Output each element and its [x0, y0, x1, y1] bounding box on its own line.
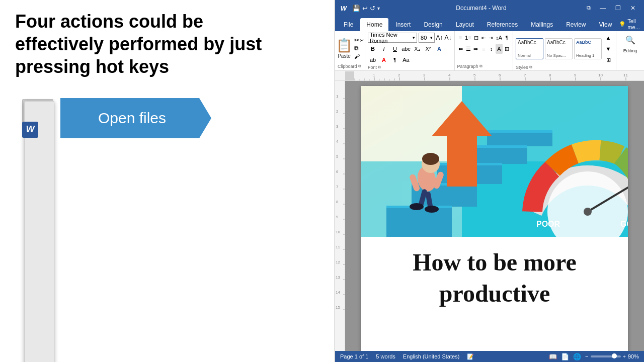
increase-indent-button[interactable]: ⇥: [488, 33, 495, 43]
line-spacing-button[interactable]: ↕: [488, 44, 495, 54]
underline-button[interactable]: U: [390, 44, 400, 54]
multilevel-list-button[interactable]: ⊟: [473, 33, 479, 43]
style-no-spacing[interactable]: AaBbCc No Spac...: [545, 38, 573, 59]
read-mode-icon[interactable]: 📖: [549, 353, 557, 360]
paragraph-group: ≡ 1≡ ⊟ ⇤ ⇥ ↕A ¶ ⬅ ☰ ➡ ≡ ↕ A ⊞: [455, 31, 513, 70]
text-highlight-button[interactable]: ab: [368, 55, 378, 65]
paste-button[interactable]: 📋 Paste: [336, 38, 352, 59]
tab-review[interactable]: Review: [560, 18, 592, 31]
web-layout-icon[interactable]: 🌐: [573, 353, 581, 360]
style-heading1[interactable]: AaBbC Heading 1: [574, 38, 602, 59]
proofing-icon[interactable]: 📝: [467, 353, 474, 360]
shading-button[interactable]: A: [496, 44, 502, 54]
tab-file[interactable]: File: [338, 18, 359, 31]
svg-text:3: 3: [336, 124, 339, 129]
clipboard-small-buttons: ✂ ✂ ⧉ 🖌: [354, 37, 364, 60]
copy-icon[interactable]: ⧉: [354, 45, 359, 52]
strikethrough-button[interactable]: abc: [401, 44, 411, 54]
font-expand-icon[interactable]: ⧉: [378, 65, 381, 70]
undo-icon[interactable]: ↩: [362, 5, 368, 12]
minimize-button[interactable]: —: [596, 3, 610, 13]
svg-text:11: 11: [336, 245, 340, 249]
zoom-out-icon[interactable]: −: [585, 353, 588, 359]
clipboard-expand-icon[interactable]: ⧉: [358, 64, 361, 69]
zoom-level: 90%: [628, 353, 639, 359]
styles-scroll-down[interactable]: ▼: [603, 44, 613, 54]
tab-home[interactable]: Home: [360, 18, 388, 31]
save-icon[interactable]: 💾: [352, 5, 360, 12]
decrease-indent-button[interactable]: ⇤: [480, 33, 487, 43]
svg-text:10: 10: [336, 230, 340, 234]
tell-me-box[interactable]: 💡 Tell me...: [619, 18, 639, 30]
zoom-slider[interactable]: [591, 355, 621, 357]
svg-text:5: 5: [336, 154, 339, 159]
word-icon-wrapper: W: [15, 93, 60, 143]
styles-expand-icon[interactable]: ⧉: [529, 65, 532, 70]
subscript-button[interactable]: X₂: [412, 44, 422, 54]
svg-rect-75: [487, 130, 552, 133]
justify-button[interactable]: ≡: [480, 44, 487, 54]
open-files-button[interactable]: Open files: [60, 98, 211, 138]
svg-text:14: 14: [336, 290, 340, 295]
cut-icon[interactable]: ✂: [354, 37, 359, 44]
close-button[interactable]: ✕: [626, 3, 640, 13]
font-size-selector[interactable]: 80 ▾: [419, 33, 434, 43]
svg-text:1: 1: [373, 73, 375, 77]
paragraph-expand-icon[interactable]: ⧉: [479, 64, 482, 69]
numbering-button[interactable]: 1≡: [464, 33, 472, 43]
font-color-button[interactable]: A: [379, 55, 389, 65]
clear-formatting-button[interactable]: ¶: [390, 55, 400, 65]
bullets-button[interactable]: ≡: [457, 33, 464, 43]
svg-text:9: 9: [574, 73, 577, 77]
zoom-in-icon[interactable]: +: [623, 353, 626, 359]
document-area: 1 2 3 4 5 6 7 8 9 10 11: [335, 81, 644, 351]
maximize-button[interactable]: ❐: [611, 3, 625, 13]
clipboard-buttons: 📋 Paste ✂ ✂ ⧉ 🖌: [338, 33, 362, 64]
format-painter-row: 🖌: [354, 53, 364, 60]
svg-point-82: [410, 203, 424, 210]
document-text-area[interactable]: How to be more productive: [361, 237, 628, 320]
word-window: W 💾 ↩ ↺ ▾ Document4 - Word ⧉ — ❐ ✕ File …: [335, 0, 644, 362]
font-name-row: Times New Roman ▾ 80 ▾ A↑ A↓: [368, 33, 452, 43]
headline: Four actions could be effectively perfor…: [15, 10, 277, 78]
print-layout-icon[interactable]: 📄: [561, 353, 569, 360]
svg-text:8: 8: [336, 200, 339, 204]
tab-layout[interactable]: Layout: [450, 18, 480, 31]
status-bar: Page 1 of 1 5 words English (United Stat…: [335, 351, 644, 362]
page-wrapper[interactable]: POOR GOOD How to be more productive: [345, 81, 644, 351]
zoom-control[interactable]: − + 90%: [585, 353, 639, 359]
align-left-button[interactable]: ⬅: [457, 44, 464, 54]
align-right-button[interactable]: ➡: [472, 44, 479, 54]
svg-rect-70: [487, 131, 552, 146]
window-title: Document4 - Word: [382, 5, 581, 12]
format-painter-icon[interactable]: 🖌: [354, 53, 360, 60]
styles-more[interactable]: ⊞: [603, 55, 613, 65]
redo-icon[interactable]: ↺: [370, 5, 375, 12]
restore-down-icon[interactable]: ⧉: [583, 3, 595, 12]
tab-design[interactable]: Design: [418, 18, 448, 31]
styles-scroll-up[interactable]: ▲: [603, 33, 613, 43]
paste-icon: 📋: [336, 38, 352, 53]
search-button[interactable]: 🔍: [623, 33, 637, 47]
tab-insert[interactable]: Insert: [389, 18, 417, 31]
tab-mailings[interactable]: Mailings: [525, 18, 559, 31]
show-formatting-button[interactable]: ¶: [504, 33, 510, 43]
title-bar-left: W: [339, 4, 348, 13]
sort-button[interactable]: ↕A: [495, 33, 503, 43]
tab-view[interactable]: View: [593, 18, 618, 31]
doc-icon: W: [20, 97, 55, 140]
superscript-button[interactable]: X²: [423, 44, 433, 54]
increase-font-icon[interactable]: A↑: [436, 34, 443, 41]
italic-button[interactable]: I: [379, 44, 389, 54]
decrease-font-icon[interactable]: A↓: [445, 34, 452, 41]
ribbon-tab-bar: File Home Insert Design Layout Reference…: [335, 16, 644, 31]
bold-button[interactable]: B: [368, 44, 378, 54]
customize-qa-icon[interactable]: ▾: [377, 6, 380, 11]
style-normal[interactable]: AaBbCc Normal: [516, 38, 543, 59]
change-case-button[interactable]: Aa: [401, 55, 411, 65]
font-name-selector[interactable]: Times New Roman ▾: [368, 33, 417, 43]
text-effects-button[interactable]: A: [434, 44, 444, 54]
borders-button[interactable]: ⊞: [504, 44, 510, 54]
align-center-button[interactable]: ☰: [465, 44, 471, 54]
tab-references[interactable]: References: [481, 18, 524, 31]
